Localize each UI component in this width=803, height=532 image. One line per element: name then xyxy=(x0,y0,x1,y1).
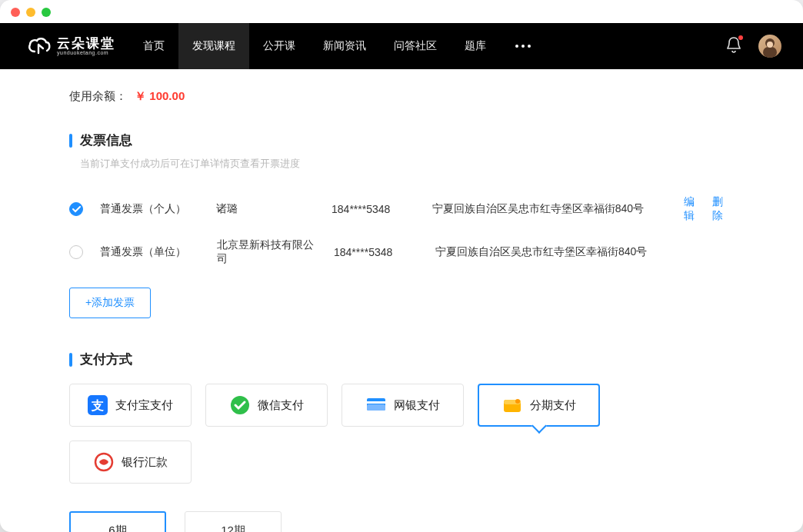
brand-logo[interactable]: 云朵课堂 yunduoketang.com xyxy=(28,36,115,56)
payment-methods: 支 支付宝支付 微信支付 网银支付 分期支付 银行汇款 xyxy=(69,384,734,484)
pay-method-label: 分期支付 xyxy=(530,398,576,413)
svg-point-11 xyxy=(515,399,520,404)
invoice-radio[interactable] xyxy=(69,245,83,259)
installment-icon xyxy=(502,395,522,415)
nav-more-icon[interactable] xyxy=(500,45,546,48)
pay-method-label: 银行汇款 xyxy=(122,455,168,470)
nav-item-5[interactable]: 题库 xyxy=(451,23,500,69)
notification-dot xyxy=(738,35,743,40)
invoice-address: 宁夏回族自治区吴忠市红寺堡区幸福街840号 xyxy=(432,202,667,216)
invoice-type: 普通发票（单位） xyxy=(100,245,200,259)
pay-method-label: 微信支付 xyxy=(258,398,304,413)
bank-icon xyxy=(94,452,114,472)
invoice-delete-link[interactable]: 删除 xyxy=(712,195,734,223)
invoice-list: 普通发票（个人） 诸璐 184****5348 宁夏回族自治区吴忠市红寺堡区幸福… xyxy=(69,188,734,274)
svg-text:支: 支 xyxy=(91,399,104,412)
payment-section-title: 支付方式 xyxy=(80,351,132,368)
invoice-section-head: 发票信息 xyxy=(69,131,734,149)
payment-section-head: 支付方式 xyxy=(69,351,734,368)
page-content: 使用余额： ￥ 100.00 发票信息 当前订单支付成功后可在订单详情页查看开票… xyxy=(0,69,803,532)
pay-method-alipay[interactable]: 支 支付宝支付 xyxy=(69,384,192,427)
pay-method-wechat[interactable]: 微信支付 xyxy=(205,384,328,427)
cloud-logo-icon xyxy=(28,36,51,56)
nav-item-2[interactable]: 公开课 xyxy=(249,23,309,69)
mac-minimize-dot[interactable] xyxy=(26,8,35,17)
installment-tenors: 6期12期 xyxy=(69,511,734,532)
pay-method-bank[interactable]: 银行汇款 xyxy=(69,441,192,484)
unionpay-icon xyxy=(366,395,386,415)
mac-window-controls xyxy=(11,8,51,17)
invoice-address: 宁夏回族自治区吴忠市红寺堡区幸福街840号 xyxy=(435,245,670,259)
topbar: 云朵课堂 yunduoketang.com 首页发现课程公开课新闻资讯问答社区题… xyxy=(0,23,803,69)
brand-name: 云朵课堂 xyxy=(57,37,115,50)
balance-row: 使用余额： ￥ 100.00 xyxy=(69,89,734,104)
svg-rect-8 xyxy=(367,401,385,404)
user-avatar[interactable] xyxy=(758,35,781,58)
pay-method-label: 支付宝支付 xyxy=(115,398,173,413)
invoice-row: 普通发票（单位） 北京昱新科技有限公司 184****5348 宁夏回族自治区吴… xyxy=(69,231,734,274)
brand-sub: yunduoketang.com xyxy=(57,50,115,55)
section-accent-bar xyxy=(69,134,72,148)
pay-method-installment[interactable]: 分期支付 xyxy=(478,384,600,427)
invoice-row: 普通发票（个人） 诸璐 184****5348 宁夏回族自治区吴忠市红寺堡区幸福… xyxy=(69,188,734,231)
invoice-phone: 184****5348 xyxy=(334,246,418,258)
pay-method-unionpay[interactable]: 网银支付 xyxy=(342,384,464,427)
svg-rect-1 xyxy=(763,47,777,58)
invoice-section-title: 发票信息 xyxy=(80,131,132,149)
mac-zoom-dot[interactable] xyxy=(42,8,51,17)
nav-item-0[interactable]: 首页 xyxy=(129,23,178,69)
svg-rect-7 xyxy=(367,404,385,411)
invoice-name: 北京昱新科技有限公司 xyxy=(217,238,317,266)
invoice-actions: 编辑 删除 xyxy=(684,195,734,223)
invoice-radio[interactable] xyxy=(69,202,83,216)
nav-item-1[interactable]: 发现课程 xyxy=(178,23,249,69)
svg-point-2 xyxy=(767,42,773,48)
pay-method-label: 网银支付 xyxy=(394,398,440,413)
mac-close-dot[interactable] xyxy=(11,8,20,17)
tenor-option[interactable]: 12期 xyxy=(185,511,282,532)
nav-item-3[interactable]: 新闻资讯 xyxy=(309,23,380,69)
add-invoice-button[interactable]: +添加发票 xyxy=(69,288,151,318)
section-accent-bar xyxy=(69,353,72,367)
invoice-section-sub: 当前订单支付成功后可在订单详情页查看开票进度 xyxy=(80,157,734,171)
notification-bell-icon[interactable] xyxy=(726,36,741,56)
wechat-icon xyxy=(230,395,250,415)
invoice-type: 普通发票（个人） xyxy=(100,202,199,216)
invoice-name: 诸璐 xyxy=(216,202,315,216)
main-nav: 首页发现课程公开课新闻资讯问答社区题库 xyxy=(129,23,500,69)
alipay-icon: 支 xyxy=(88,395,108,415)
balance-amount: ￥ 100.00 xyxy=(135,89,185,102)
invoice-edit-link[interactable]: 编辑 xyxy=(684,195,705,223)
tenor-option[interactable]: 6期 xyxy=(69,511,166,532)
invoice-phone: 184****5348 xyxy=(332,203,415,215)
balance-label: 使用余额： xyxy=(69,89,127,102)
nav-item-4[interactable]: 问答社区 xyxy=(380,23,451,69)
